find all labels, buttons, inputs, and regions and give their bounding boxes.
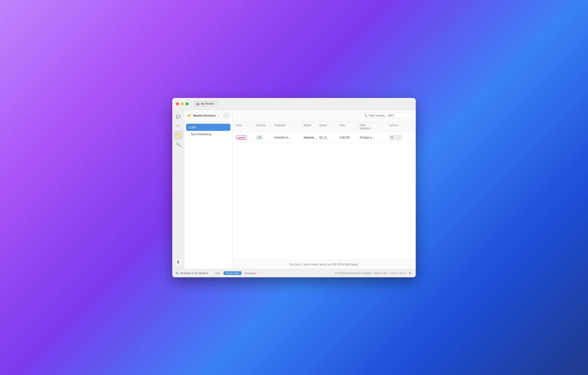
cell-arch: qwen2 — [236, 135, 254, 140]
minimize-button[interactable] — [181, 102, 184, 105]
terminal-icon: ⌨️ — [176, 124, 180, 128]
ellipsis-icon: ··· — [225, 114, 227, 117]
cpu-label: CPU: 0.00 % — [391, 272, 406, 275]
status-tabs: User Power User Developer — [213, 271, 258, 275]
directory-label: Models Directory — [193, 114, 215, 117]
col-date-modified: DateModified — [360, 124, 387, 130]
sidebar-item-models[interactable]: 📁 3 — [174, 131, 182, 139]
tab-power-user-label: Power User — [226, 272, 239, 275]
right-panel: 🔍 Arch Params Publisher Model Quant Size… — [232, 110, 416, 269]
sidebar-badge-4: 4 — [180, 146, 182, 148]
cell-model: deepseek-r1-distill-qwen-7b — [304, 136, 317, 139]
ram-label: RAM: 0 GB — [374, 272, 387, 275]
cell-publisher: lmstudio-co... — [274, 136, 302, 139]
more-button[interactable]: ··· — [396, 134, 402, 141]
table-row: qwen2 7B lmstudio-co... deepseek-r1-dist… — [232, 132, 416, 143]
app-window: 🤖 My Models 💬 1 ⌨️ 2 📁 3 🔍 4 — [172, 98, 416, 277]
table-container: Arch Params Publisher Model Quant Size D… — [232, 122, 416, 260]
directory-path: /Users/yohann/.lmstudio/models — [217, 114, 222, 117]
gear-button[interactable]: ⚙ — [389, 134, 395, 141]
maximize-button[interactable] — [186, 102, 189, 105]
status-bar: 🐾 LM Studio 0.3.9 (Build 6) User Power U… — [172, 269, 416, 277]
main-content: 💬 1 ⌨️ 2 📁 3 🔍 4 ⬇ — [172, 110, 416, 269]
close-button[interactable] — [176, 102, 179, 105]
settings-icon: ⚙ — [409, 271, 412, 275]
status-logo: 🐾 LM Studio 0.3.9 (Build 6) — [176, 272, 208, 275]
search-input[interactable] — [369, 114, 410, 117]
col-size: Size — [339, 124, 358, 130]
search-box[interactable]: 🔍 — [362, 113, 412, 118]
table-footer: You have 1 local model, taking up 4.68 G… — [232, 260, 416, 269]
download-icon: ⬇ — [176, 260, 180, 265]
sidebar-icons: 💬 1 ⌨️ 2 📁 3 🔍 4 ⬇ — [172, 110, 184, 269]
my-models-label: My Models — [201, 102, 214, 105]
arch-badge: qwen2 — [236, 135, 247, 140]
tab-user-label: User — [215, 272, 220, 275]
params-badge: 7B — [256, 135, 262, 140]
left-panel: 📂 Models Directory /Users/yohann/.lmstud… — [184, 110, 232, 269]
cell-params: 7B — [256, 135, 273, 140]
my-models-button[interactable]: 🤖 My Models — [193, 101, 217, 107]
nav-item-text-embedding[interactable]: Text Embedding — [186, 131, 230, 138]
nav-item-llms[interactable]: LLMs — [186, 124, 230, 131]
col-model: Model — [304, 124, 317, 130]
traffic-lights — [176, 102, 189, 105]
cell-size: 4.68 GB — [339, 136, 358, 139]
folder-icon: 📁 — [176, 133, 180, 137]
sidebar-bottom: ⬇ — [174, 258, 182, 266]
status-right: SYSTEM RESOURCES USAGE: RAM: 0 GB | CPU:… — [335, 271, 412, 276]
nav-item-text-embedding-label: Text Embedding — [191, 133, 211, 136]
right-header: 🔍 — [232, 110, 416, 122]
magnify-icon: 🔍 — [176, 142, 180, 146]
col-actions: Actions — [389, 124, 412, 130]
col-quant: Quant — [319, 124, 338, 130]
sidebar-badge-1: 1 — [180, 118, 182, 121]
app-name: LM Studio 0.3.9 — [180, 272, 198, 275]
tab-developer[interactable]: Developer — [242, 271, 258, 275]
tab-user[interactable]: User — [213, 271, 222, 275]
build-label: (Build 6) — [199, 272, 208, 275]
sidebar-badge-2: 2 — [180, 127, 182, 130]
settings-button[interactable]: ⚙ — [408, 271, 412, 276]
nav-item-llms-label: LLMs — [189, 126, 196, 129]
sidebar-badge-3: 3 — [180, 136, 181, 139]
sidebar-item-chat[interactable]: 💬 1 — [174, 113, 182, 121]
col-publisher: Publisher — [274, 124, 302, 130]
models-directory-header: 📂 Models Directory /Users/yohann/.lmstud… — [184, 110, 232, 122]
footer-text: You have 1 local model, taking up 4.68 G… — [289, 263, 359, 266]
col-arch: Arch — [236, 124, 254, 130]
cell-quant: Q4_K_ — [319, 136, 338, 139]
directory-more-button[interactable]: ··· — [223, 113, 229, 118]
lm-studio-icon: 🐾 — [176, 272, 179, 275]
separator: | — [389, 272, 389, 275]
table-header: Arch Params Publisher Model Quant Size D… — [232, 122, 416, 132]
tab-developer-label: Developer — [245, 272, 256, 275]
cell-date: 19 days a... — [360, 136, 387, 139]
cell-actions: ⚙ ··· — [389, 134, 412, 141]
my-models-icon: 🤖 — [196, 102, 200, 105]
directory-icon: 📂 — [188, 114, 191, 118]
download-button[interactable]: ⬇ — [174, 258, 182, 266]
nav-items: LLMs Text Embedding — [184, 122, 232, 269]
tab-power-user[interactable]: Power User — [223, 271, 241, 275]
chat-icon: 💬 — [176, 114, 180, 119]
system-resources-label: SYSTEM RESOURCES USAGE: — [335, 272, 372, 275]
sidebar-item-terminal[interactable]: ⌨️ 2 — [174, 122, 182, 130]
col-params: Params — [256, 124, 273, 130]
title-bar: 🤖 My Models — [172, 98, 416, 110]
sidebar-item-search[interactable]: 🔍 4 — [174, 140, 182, 149]
search-icon: 🔍 — [364, 114, 368, 117]
